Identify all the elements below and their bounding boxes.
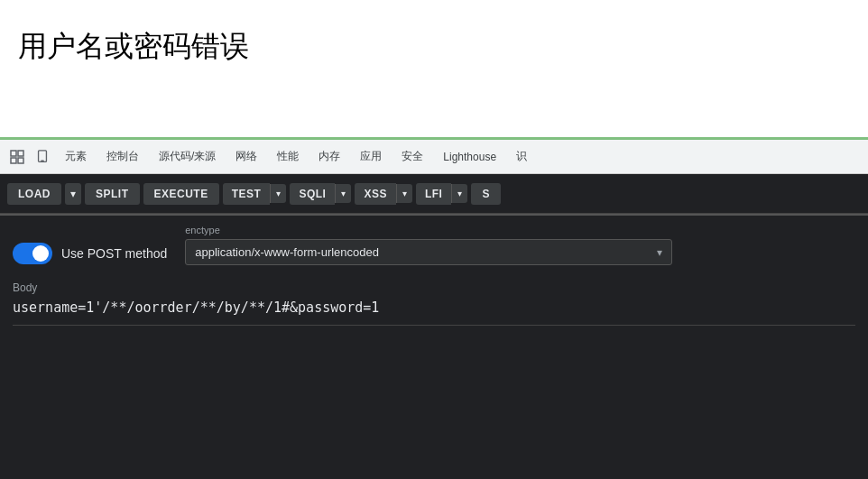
load-dropdown[interactable]: ▾ <box>65 183 81 205</box>
test-dropdown[interactable]: ▾ <box>270 184 286 203</box>
enctype-select[interactable]: application/x-www-form-urlencoded ▾ <box>185 239 672 265</box>
sqli-button[interactable]: SQLI <box>290 183 335 205</box>
xss-dropdown[interactable]: ▾ <box>396 184 412 203</box>
s-button[interactable]: S <box>471 183 501 205</box>
split-button[interactable]: SPLIT <box>85 183 140 205</box>
enctype-section: enctype application/x-www-form-urlencode… <box>185 225 855 265</box>
tab-network[interactable]: 网络 <box>226 140 266 174</box>
body-value: username=1'/**/oorrder/**/by/**/1#&passw… <box>13 299 855 316</box>
tab-console[interactable]: 控制台 <box>97 140 148 174</box>
svg-rect-2 <box>11 158 16 163</box>
enctype-arrow-icon: ▾ <box>657 246 662 259</box>
tab-elements[interactable]: 元素 <box>56 140 96 174</box>
xss-button[interactable]: XSS <box>355 183 396 205</box>
svg-rect-4 <box>39 150 47 161</box>
tab-lighthouse[interactable]: Lighthouse <box>434 140 505 174</box>
svg-rect-1 <box>18 151 23 156</box>
sqli-dropdown[interactable]: ▾ <box>335 184 351 203</box>
svg-rect-5 <box>41 160 44 161</box>
devtools-tabbar: 元素 控制台 源代码/来源 网络 性能 内存 应用 安全 Lighthouse … <box>0 140 868 174</box>
svg-rect-3 <box>18 158 23 163</box>
test-button[interactable]: TEST <box>223 183 271 205</box>
inspect-icon[interactable] <box>5 145 29 169</box>
lfi-button[interactable]: LFI <box>416 183 452 205</box>
enctype-label: enctype <box>185 225 855 235</box>
tab-extra[interactable]: 识 <box>507 140 536 174</box>
enctype-value: application/x-www-form-urlencoded <box>195 245 657 259</box>
tab-performance[interactable]: 性能 <box>268 140 308 174</box>
body-section: Body username=1'/**/oorrder/**/by/**/1#&… <box>13 281 855 316</box>
svg-rect-0 <box>11 151 16 156</box>
load-button[interactable]: LOAD <box>7 183 61 205</box>
post-method-label: Use POST method <box>61 246 167 261</box>
page-title: 用户名或密码错误 <box>18 27 850 67</box>
body-label: Body <box>13 281 855 294</box>
execute-button[interactable]: EXECUTE <box>143 183 219 205</box>
tab-security[interactable]: 安全 <box>392 140 432 174</box>
tab-sources[interactable]: 源代码/来源 <box>150 140 225 174</box>
bottom-divider <box>13 325 855 326</box>
tab-memory[interactable]: 内存 <box>309 140 349 174</box>
tab-application[interactable]: 应用 <box>351 140 391 174</box>
device-icon[interactable] <box>31 145 54 169</box>
post-method-toggle[interactable] <box>13 243 52 264</box>
hackbar-body: Use POST method enctype application/x-ww… <box>0 216 868 479</box>
lfi-dropdown[interactable]: ▾ <box>451 184 467 203</box>
hackbar-toolbar: LOAD ▾ SPLIT EXECUTE TEST ▾ SQLI ▾ XSS ▾… <box>0 174 868 214</box>
